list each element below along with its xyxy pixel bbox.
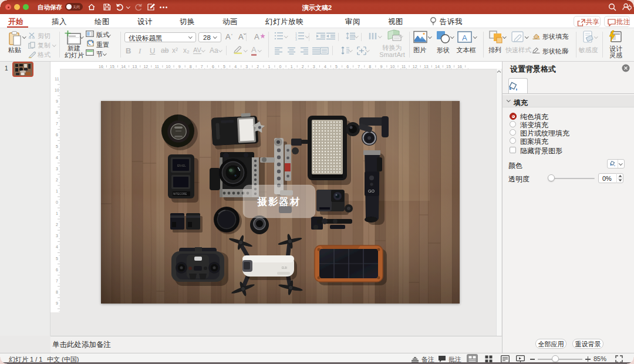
- svg-text:15: 15: [110, 65, 114, 69]
- svg-text:3: 3: [56, 167, 58, 171]
- svg-text:5: 5: [335, 65, 338, 69]
- svg-text:10: 10: [55, 88, 59, 92]
- svg-text:10: 10: [166, 65, 171, 69]
- svg-text:5: 5: [56, 257, 58, 261]
- svg-text:5: 5: [56, 144, 58, 149]
- svg-text:摄影器材: 摄影器材: [257, 196, 301, 207]
- svg-text:7: 7: [358, 65, 360, 69]
- svg-text:2: 2: [56, 223, 58, 227]
- svg-text:8: 8: [56, 110, 58, 114]
- svg-text:EN-EL: EN-EL: [177, 164, 186, 167]
- svg-text:1: 1: [268, 65, 270, 69]
- svg-text:9: 9: [56, 301, 58, 305]
- svg-text:11: 11: [402, 65, 406, 69]
- svg-text:DJI: DJI: [282, 266, 287, 269]
- svg-text:13: 13: [132, 65, 137, 69]
- svg-text:6: 6: [56, 268, 58, 272]
- svg-text:11: 11: [55, 77, 59, 81]
- svg-text:2: 2: [257, 65, 259, 69]
- svg-text:13: 13: [424, 65, 429, 69]
- svg-text:2: 2: [302, 65, 304, 69]
- svg-text:14: 14: [435, 65, 440, 69]
- svg-text:4: 4: [324, 65, 326, 69]
- svg-text:16: 16: [99, 65, 103, 69]
- svg-text:15: 15: [446, 65, 451, 69]
- svg-text:16: 16: [457, 65, 462, 69]
- svg-text:6: 6: [346, 65, 349, 69]
- svg-text:3: 3: [313, 65, 315, 69]
- svg-text:7: 7: [201, 65, 203, 69]
- svg-text:7: 7: [56, 122, 58, 126]
- svg-text:8: 8: [56, 290, 58, 294]
- svg-text:5: 5: [223, 65, 225, 69]
- svg-text:11: 11: [155, 65, 159, 69]
- svg-text:A: A: [462, 33, 467, 42]
- svg-text:4: 4: [56, 156, 58, 160]
- svg-text:10: 10: [390, 65, 395, 69]
- svg-text:3: 3: [245, 65, 248, 69]
- svg-text:0: 0: [56, 200, 58, 204]
- svg-text:14: 14: [121, 65, 126, 69]
- svg-text:9: 9: [178, 65, 181, 69]
- svg-text:3: 3: [56, 234, 58, 238]
- svg-text:NITECORE: NITECORE: [173, 193, 187, 196]
- svg-text:4: 4: [56, 245, 58, 249]
- svg-text:2: 2: [56, 178, 58, 182]
- svg-text:8: 8: [190, 65, 192, 69]
- svg-text:1: 1: [56, 211, 58, 215]
- svg-text:3: 3: [295, 38, 297, 41]
- svg-text:6: 6: [212, 65, 214, 69]
- svg-text:9: 9: [56, 99, 58, 103]
- svg-text:0: 0: [279, 65, 282, 69]
- svg-text:8: 8: [369, 65, 371, 69]
- svg-text:7: 7: [56, 279, 58, 283]
- svg-text:4: 4: [234, 65, 237, 69]
- svg-text:9: 9: [380, 65, 382, 69]
- svg-text:1: 1: [56, 189, 58, 193]
- svg-text:6: 6: [56, 133, 58, 137]
- svg-text:GO: GO: [368, 189, 375, 193]
- svg-text:12: 12: [413, 65, 417, 69]
- svg-text:12: 12: [143, 65, 148, 69]
- svg-text:1: 1: [291, 65, 293, 69]
